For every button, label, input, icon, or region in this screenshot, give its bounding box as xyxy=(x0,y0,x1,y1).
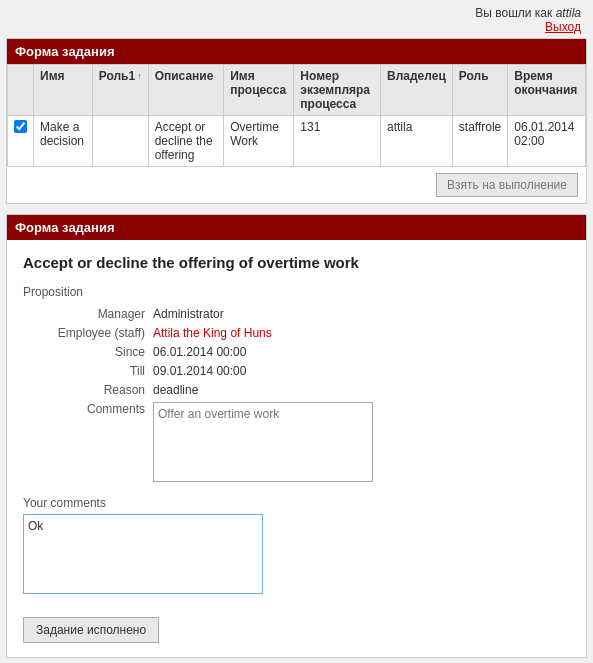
proposition-block: Proposition Manager Administrator Employ… xyxy=(23,285,570,482)
top-bar: Вы вошли как attila Выход xyxy=(0,0,593,38)
employee-label: Employee (staff) xyxy=(23,326,153,340)
reason-value: deadline xyxy=(153,383,198,397)
logged-in-text: Вы вошли как xyxy=(475,6,555,20)
section2-header: Форма задания xyxy=(7,215,586,240)
field-till: Till 09.01.2014 00:00 xyxy=(23,364,570,378)
col-description: Описание xyxy=(148,65,224,116)
col-name: Имя xyxy=(34,65,93,116)
section1-header: Форма задания xyxy=(7,39,586,64)
done-btn-row: Задание исполнено xyxy=(23,609,570,643)
table-row: Make a decision Accept or decline the of… xyxy=(8,116,586,167)
manager-label: Manager xyxy=(23,307,153,321)
form-title: Accept or decline the offering of overti… xyxy=(23,254,570,271)
comments-label: Comments xyxy=(23,402,153,482)
field-reason: Reason deadline xyxy=(23,383,570,397)
row-name: Make a decision xyxy=(34,116,93,167)
employee-value: Attila the King of Huns xyxy=(153,326,272,340)
row-process-name: Overtime Work xyxy=(224,116,294,167)
task-table: Имя Роль1 ↑ Описание Имя процесса Номер … xyxy=(7,64,586,167)
proposition-label: Proposition xyxy=(23,285,570,299)
col-end-time: Время окончания xyxy=(508,65,586,116)
field-manager: Manager Administrator xyxy=(23,307,570,321)
row-end-time: 06.01.2014 02:00 xyxy=(508,116,586,167)
col-process-instance: Номер экземпляра процесса xyxy=(294,65,381,116)
since-label: Since xyxy=(23,345,153,359)
comments-textarea[interactable] xyxy=(153,402,373,482)
manager-value: Administrator xyxy=(153,307,224,321)
sort-icon: ↑ xyxy=(137,71,142,81)
your-comments-label: Your comments xyxy=(23,496,570,510)
since-value: 06.01.2014 00:00 xyxy=(153,345,246,359)
your-comments-block: Your comments Ok xyxy=(23,496,570,597)
col-role-val: Роль xyxy=(452,65,507,116)
take-btn-row: Взять на выполнение xyxy=(7,167,586,203)
username: attila xyxy=(556,6,581,20)
task-form-section-2: Форма задания Accept or decline the offe… xyxy=(6,214,587,658)
field-comments: Comments xyxy=(23,402,570,482)
your-comments-textarea[interactable]: Ok xyxy=(23,514,263,594)
till-value: 09.01.2014 00:00 xyxy=(153,364,246,378)
row-process-instance: 131 xyxy=(294,116,381,167)
row-checkbox[interactable] xyxy=(14,120,27,133)
form-body: Accept or decline the offering of overti… xyxy=(7,240,586,657)
row-role xyxy=(92,116,148,167)
row-role-val: staffrole xyxy=(452,116,507,167)
col-owner: Владелец xyxy=(381,65,453,116)
logout-link[interactable]: Выход xyxy=(12,20,581,34)
done-button[interactable]: Задание исполнено xyxy=(23,617,159,643)
field-employee: Employee (staff) Attila the King of Huns xyxy=(23,326,570,340)
reason-label: Reason xyxy=(23,383,153,397)
row-owner: attila xyxy=(381,116,453,167)
till-label: Till xyxy=(23,364,153,378)
col-role[interactable]: Роль1 ↑ xyxy=(92,65,148,116)
col-process-name: Имя процесса xyxy=(224,65,294,116)
field-since: Since 06.01.2014 00:00 xyxy=(23,345,570,359)
row-checkbox-cell[interactable] xyxy=(8,116,34,167)
task-form-section-1: Форма задания Имя Роль1 ↑ Описание Имя п… xyxy=(6,38,587,204)
take-button[interactable]: Взять на выполнение xyxy=(436,173,578,197)
row-description: Accept or decline the offering xyxy=(148,116,224,167)
col-checkbox xyxy=(8,65,34,116)
